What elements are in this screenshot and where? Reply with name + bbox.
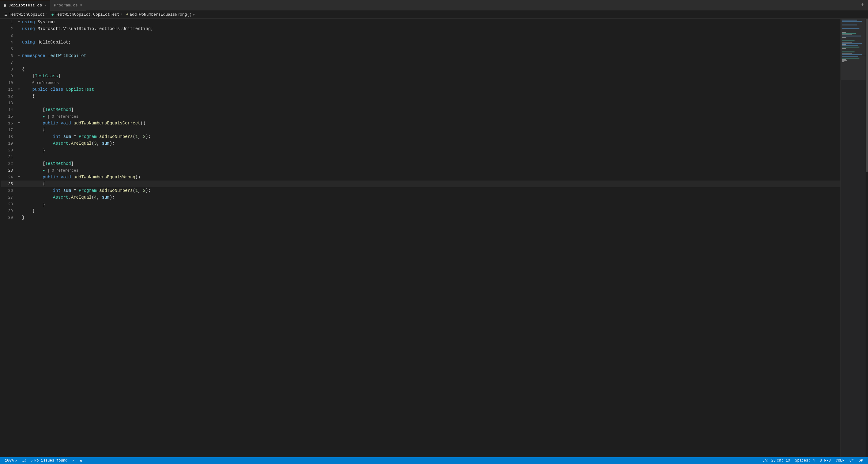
minimap: [840, 19, 868, 457]
table-row: 17 {: [1, 126, 840, 133]
status-navigate-prev[interactable]: ◀: [77, 457, 84, 464]
code-line-9: [TestClass]: [22, 72, 840, 79]
table-row: 11 ▼ public class CopilotTest: [1, 86, 840, 93]
line-number-24: 24: [2, 175, 16, 180]
line-number-15: 15: [2, 114, 16, 119]
ln-label: Ln: 23: [762, 459, 775, 463]
language-label: C#: [849, 459, 854, 463]
tab-bar: CopilotTest.cs × Program.cs × +: [0, 0, 868, 11]
line-ending-label: CRLF: [836, 459, 844, 463]
code-line-26: int sum = Program.addTwoNumbers(1, 2);: [22, 187, 840, 194]
line-number-29: 29: [2, 209, 16, 213]
check-icon: ✓: [31, 459, 33, 463]
modified-indicator: [4, 4, 6, 7]
code-line-29: }: [22, 207, 840, 214]
editor-empty-space[interactable]: [1, 221, 840, 457]
line-number-5: 5: [2, 47, 16, 52]
status-feedback[interactable]: SP: [856, 457, 866, 464]
line-number-17: 17: [2, 128, 16, 133]
line-number-19: 19: [2, 141, 16, 146]
breadcrumb-project-label: TestWithCopilot: [9, 12, 45, 17]
status-language[interactable]: C#: [847, 457, 856, 464]
status-source-control[interactable]: ⎇: [19, 457, 29, 464]
status-line-ending[interactable]: CRLF: [833, 457, 847, 464]
status-ln-ch[interactable]: Ln: 23 Ch: 10: [760, 457, 792, 464]
line-number-10: 10: [2, 81, 16, 85]
code-line-10: 0 references: [22, 79, 840, 86]
class-icon: ◆: [52, 12, 54, 17]
status-zoom[interactable]: 100% ⚙: [2, 457, 19, 464]
fold-16[interactable]: ▼: [16, 122, 22, 125]
code-line-23: ● | 0 references: [22, 167, 840, 174]
breadcrumb-arrow-1: ›: [46, 13, 48, 16]
code-line-17: {: [22, 126, 840, 133]
fold-24[interactable]: ▼: [16, 176, 22, 179]
table-row: 6 ▼ namespace TestWithCopilot: [1, 52, 840, 59]
breadcrumb-method[interactable]: ⊕ addTwoNumbersEqualsWrong() ∨: [124, 11, 197, 19]
feedback-label: SP: [859, 459, 863, 463]
add-tab-button[interactable]: +: [857, 0, 868, 11]
table-row: 15 ● | 0 references: [1, 113, 840, 120]
table-row: 26 int sum = Program.addTwoNumbers(1, 2)…: [1, 187, 840, 194]
table-row: 9 [TestClass]: [1, 72, 840, 79]
status-bar: 100% ⚙ ⎇ ✓ No issues found ⚡ ◀ Ln: 23 Ch…: [0, 457, 868, 464]
line-number-13: 13: [2, 101, 16, 106]
table-row: 8 {: [1, 66, 840, 72]
editor-main: 1 ▼ using System; 2 using Microsoft.Visu…: [0, 19, 868, 457]
table-row: 14 [TestMethod]: [1, 106, 840, 113]
code-line-30: }: [22, 214, 840, 221]
line-number-9: 9: [2, 74, 16, 79]
breadcrumb-project[interactable]: ☰ TestWithCopilot ›: [2, 11, 50, 19]
table-row: 1 ▼ using System;: [1, 19, 840, 25]
method-icon: ⊕: [126, 12, 128, 17]
code-line-24: public void addTwoNumbersEqualsWrong(): [22, 174, 840, 180]
encoding-label: UTF-8: [819, 459, 831, 463]
code-line-19: Assert.AreEqual(3, sum);: [22, 140, 840, 147]
tab-copilottest[interactable]: CopilotTest.cs ×: [0, 0, 50, 11]
code-line-27: Assert.AreEqual(4, sum);: [22, 194, 840, 201]
fold-6[interactable]: ▼: [16, 54, 22, 57]
line-number-2: 2: [2, 27, 16, 31]
table-row: 23 ● | 0 references: [1, 167, 840, 174]
status-encoding[interactable]: UTF-8: [817, 457, 833, 464]
line-number-4: 4: [2, 40, 16, 45]
status-no-issues[interactable]: ✓ No issues found: [29, 457, 70, 464]
table-row: 13: [1, 99, 840, 106]
table-row: 24 ▼ public void addTwoNumbersEqualsWron…: [1, 174, 840, 180]
close-tab-copilottest[interactable]: ×: [44, 4, 46, 7]
close-tab-program[interactable]: ×: [80, 3, 83, 7]
table-row: 10 0 references: [1, 79, 840, 86]
tab-program[interactable]: Program.cs ×: [50, 0, 86, 11]
navigate-prev-icon: ◀: [79, 459, 82, 463]
scrollbar-track[interactable]: [866, 19, 868, 457]
line-number-12: 12: [2, 94, 16, 99]
fold-11[interactable]: ▼: [16, 88, 22, 91]
spaces-label: Spaces: 4: [795, 459, 815, 463]
table-row: 28 }: [1, 201, 840, 207]
breadcrumb-class[interactable]: ◆ TestWithCopilot.CopilotTest ›: [50, 11, 124, 19]
status-cursor-action[interactable]: ⚡: [70, 457, 77, 464]
code-editor[interactable]: 1 ▼ using System; 2 using Microsoft.Visu…: [1, 19, 840, 457]
table-row: 5: [1, 46, 840, 52]
code-line-28: }: [22, 201, 840, 207]
code-line-16: public void addTwoNumbersEqualsCorrect(): [22, 120, 840, 126]
line-number-26: 26: [2, 188, 16, 193]
status-spaces[interactable]: Spaces: 4: [793, 457, 817, 464]
table-row: 16 ▼ public void addTwoNumbersEqualsCorr…: [1, 120, 840, 126]
table-row: 20 }: [1, 147, 840, 153]
line-number-1: 1: [2, 20, 16, 25]
code-line-12: {: [22, 93, 840, 99]
code-line-1: using System;: [22, 19, 840, 25]
line-number-30: 30: [2, 215, 16, 220]
scrollbar-thumb[interactable]: [866, 19, 868, 172]
line-number-22: 22: [2, 162, 16, 166]
minimap-content: [841, 19, 868, 63]
fold-1[interactable]: ▼: [16, 21, 22, 24]
code-line-8: {: [22, 66, 840, 72]
code-line-11: public class CopilotTest: [22, 86, 840, 93]
line-number-28: 28: [2, 202, 16, 207]
line-number-7: 7: [2, 60, 16, 65]
line-number-18: 18: [2, 135, 16, 139]
table-row: 4 using HelloCopilot;: [1, 39, 840, 46]
cursor-action-icon: ⚡: [72, 459, 74, 463]
